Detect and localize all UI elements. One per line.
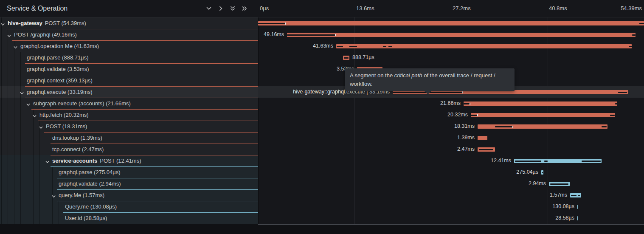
span-operation-name: tcp.connect (2.47ms) xyxy=(52,146,104,152)
chevron-down-icon[interactable] xyxy=(0,21,5,28)
indent-guide xyxy=(8,52,8,63)
trace-row-name-cell[interactable]: graphql.validate (2.94ms) xyxy=(0,178,258,189)
indent-guide xyxy=(8,212,8,224)
trace-row[interactable]: graphql.parse (888.71µs)888.71µs xyxy=(0,52,644,63)
trace-row[interactable]: graphql.validate (2.94ms)2.94ms xyxy=(0,178,644,189)
span-bar[interactable] xyxy=(343,56,349,60)
chevron-down-icon[interactable] xyxy=(32,113,37,120)
chevron-down-icon[interactable] xyxy=(51,193,56,200)
critical-path-segment xyxy=(495,126,512,127)
trace-row-name-cell[interactable]: query.Me (1.57ms) xyxy=(0,189,258,201)
trace-row-name-cell[interactable]: User.id (28.58µs) xyxy=(0,212,258,224)
trace-row[interactable]: POST (18.31ms)18.31ms xyxy=(0,121,644,132)
trace-rows: hive-gatewayPOST (54.39ms)POST /graphql … xyxy=(0,17,644,224)
span-bar[interactable] xyxy=(478,124,607,129)
trace-row-name-cell[interactable]: POST /graphql (49.16ms) xyxy=(0,29,258,40)
indent-guide xyxy=(46,212,46,224)
span-operation-name: query.Me (1.57ms) xyxy=(59,192,104,198)
span-bar[interactable] xyxy=(577,216,578,220)
horizontal-scrollbar[interactable] xyxy=(258,224,644,225)
expand-all-icon[interactable] xyxy=(240,4,249,13)
expand-one-level-icon[interactable] xyxy=(217,4,225,13)
indent-guide xyxy=(8,189,8,201)
indent-guide xyxy=(1,212,2,224)
trace-row-name-cell[interactable]: POST (18.31ms) xyxy=(0,121,258,132)
indent-guide xyxy=(52,178,53,189)
span-bar[interactable] xyxy=(471,113,615,117)
trace-row[interactable]: User.id (28.58µs)28.58µs xyxy=(0,212,644,224)
row-connector-line xyxy=(63,224,258,224)
span-bar[interactable] xyxy=(478,147,495,152)
trace-row[interactable]: POST /graphql (49.16ms)49.16ms xyxy=(0,29,644,40)
indent-guide xyxy=(52,212,53,224)
trace-row-name-cell[interactable]: service-accountsPOST (12.41ms) xyxy=(0,155,258,166)
span-row-label: User.id (28.58µs) xyxy=(65,212,107,224)
trace-row-timeline-cell: 20.32ms xyxy=(258,109,644,121)
trace-row-name-cell[interactable]: Query.me (130.08µs) xyxy=(0,201,258,212)
chevron-down-icon[interactable] xyxy=(7,32,11,40)
indent-guide xyxy=(14,98,14,109)
trace-row-name-cell[interactable]: graphql.execute (33.19ms) xyxy=(0,86,258,98)
trace-row[interactable]: graphql.execute (33.19ms)hive-gateway::g… xyxy=(0,86,644,98)
critical-path-end-marker xyxy=(470,103,470,105)
trace-row-name-cell[interactable]: http.fetch (20.32ms) xyxy=(0,109,258,121)
chevron-down-icon[interactable] xyxy=(45,158,50,166)
critical-path-segment xyxy=(471,115,478,116)
span-bar[interactable] xyxy=(570,193,581,197)
indent-guide xyxy=(8,166,8,178)
trace-row[interactable]: tcp.connect (2.47ms)2.47ms xyxy=(0,144,644,155)
trace-row[interactable]: dns.lookup (1.39ms)1.39ms xyxy=(0,132,644,144)
trace-row[interactable]: hive-gatewayPOST (54.39ms) xyxy=(0,17,644,29)
span-bar[interactable] xyxy=(287,33,636,37)
critical-path-segment xyxy=(349,46,357,47)
critical-path-end-marker xyxy=(462,91,463,93)
indent-guide xyxy=(1,29,2,40)
span-row-label: graphql.context (359.13µs) xyxy=(27,75,93,86)
trace-row[interactable]: query.Me (1.57ms)1.57ms xyxy=(0,189,644,201)
collapse-one-level-icon[interactable] xyxy=(205,4,213,13)
indent-guide xyxy=(39,201,40,212)
axis-tick-label: 40.8ms xyxy=(549,5,567,11)
trace-row[interactable]: graphql.validate (3.53ms)3.53ms xyxy=(0,63,644,75)
span-bar[interactable] xyxy=(541,170,543,175)
chevron-down-icon[interactable] xyxy=(39,124,43,132)
span-bar[interactable] xyxy=(464,101,617,106)
critical-path-segment xyxy=(287,34,335,36)
span-bar[interactable] xyxy=(577,205,578,209)
span-bar[interactable] xyxy=(549,182,570,186)
trace-row[interactable]: http.fetch (20.32ms)20.32ms xyxy=(0,109,644,121)
span-bar[interactable] xyxy=(514,159,602,163)
indent-guide xyxy=(8,144,8,155)
trace-row-name-cell[interactable]: dns.lookup (1.39ms) xyxy=(0,132,258,144)
indent-guide xyxy=(20,189,21,201)
trace-row-name-cell[interactable]: graphql.parse (888.71µs) xyxy=(0,52,258,63)
critical-path-segment xyxy=(337,46,343,47)
trace-row[interactable]: subgraph.execute (accounts) (21.66ms)21.… xyxy=(0,98,644,109)
indent-guide xyxy=(1,155,2,166)
chevron-down-icon[interactable] xyxy=(20,90,24,97)
trace-row-name-cell[interactable]: subgraph.execute (accounts) (21.66ms) xyxy=(0,98,258,109)
span-duration-label: 888.71µs xyxy=(352,52,374,63)
trace-row-name-cell[interactable]: graphql.context (359.13µs) xyxy=(0,75,258,86)
trace-row-name-cell[interactable]: graphql.operation Me (41.63ms) xyxy=(0,40,258,52)
span-bar[interactable] xyxy=(258,21,644,25)
trace-row-name-cell[interactable]: hive-gatewayPOST (54.39ms) xyxy=(0,17,258,29)
chevron-down-icon[interactable] xyxy=(26,101,31,109)
critical-path-end-marker xyxy=(285,23,286,25)
chevron-down-icon[interactable] xyxy=(13,44,18,51)
trace-row-name-cell[interactable]: graphql.parse (275.04µs) xyxy=(0,166,258,178)
trace-row[interactable]: service-accountsPOST (12.41ms)12.41ms xyxy=(0,155,644,166)
trace-row-name-cell[interactable]: graphql.validate (3.53ms) xyxy=(0,63,258,75)
trace-row[interactable]: graphql.operation Me (41.63ms)41.63ms xyxy=(0,40,644,52)
row-connector-line xyxy=(44,132,258,133)
indent-guide xyxy=(59,212,59,224)
trace-row[interactable]: graphql.parse (275.04µs)275.04µs xyxy=(0,166,644,178)
indent-guide xyxy=(59,201,59,212)
span-duration-label: 12.41ms xyxy=(491,155,511,166)
collapse-all-icon[interactable] xyxy=(228,4,237,13)
trace-row-name-cell[interactable]: tcp.connect (2.47ms) xyxy=(0,144,258,155)
span-bar[interactable] xyxy=(336,44,632,48)
trace-row[interactable]: Query.me (130.08µs)130.08µs xyxy=(0,201,644,212)
trace-row[interactable]: graphql.context (359.13µs)359.13µs xyxy=(0,75,644,86)
span-bar[interactable] xyxy=(478,136,487,140)
